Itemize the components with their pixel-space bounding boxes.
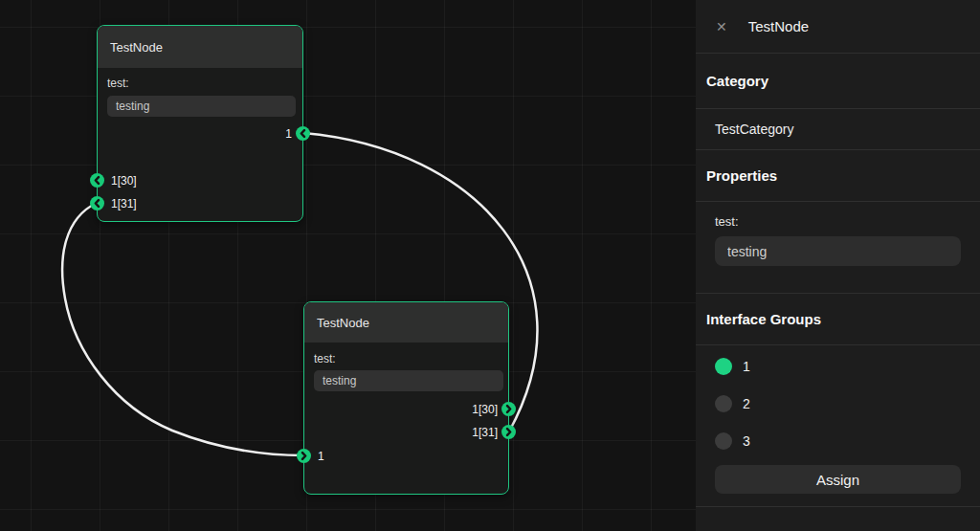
node-inspector-sidebar: ✕ TestNode Category TestCategory Propert… (696, 0, 980, 531)
app-window: TestNode test: 1 1[30] 1[31] (0, 0, 980, 531)
interface-group-option-3[interactable]: 3 (715, 428, 961, 454)
port-output-1-30[interactable] (501, 402, 516, 416)
interface-groups-section: 1 2 3 Assign (696, 345, 980, 507)
interface-groups-heading: Interface Groups (696, 294, 980, 345)
node-testnode-1[interactable]: TestNode test: 1 1[30] 1[31] (97, 25, 303, 222)
chevron-left-icon (296, 126, 310, 141)
interface-group-option-2[interactable]: 2 (715, 390, 961, 417)
radio-icon[interactable] (715, 395, 732, 412)
input-port-label: 1[31] (111, 196, 137, 211)
port-input-1[interactable] (297, 449, 311, 463)
chevron-right-icon (501, 402, 516, 416)
interface-group-option-1[interactable]: 1 (715, 353, 961, 380)
output-port-label: 1[31] (472, 425, 498, 440)
assign-button[interactable]: Assign (715, 465, 961, 494)
radio-label: 2 (743, 396, 750, 411)
sidebar-title: TestNode (748, 18, 809, 34)
port-input-1-30[interactable] (90, 173, 104, 188)
node-title-bar[interactable]: TestNode (98, 26, 302, 68)
output-port-label: 1 (285, 126, 292, 142)
properties-heading: Properties (696, 150, 980, 202)
chevron-left-icon (90, 173, 104, 188)
chevron-left-icon (90, 196, 104, 210)
chevron-right-icon (501, 425, 516, 439)
port-output-1[interactable] (296, 126, 310, 141)
category-value: TestCategory (696, 109, 980, 150)
node-text-input[interactable] (107, 96, 296, 117)
property-field-label: test: (715, 214, 961, 229)
node-editor-canvas[interactable]: TestNode test: 1 1[30] 1[31] (0, 0, 696, 531)
connection-wire[interactable] (62, 203, 303, 455)
port-output-1-31[interactable] (501, 425, 516, 439)
radio-icon[interactable] (715, 358, 732, 375)
radio-label: 1 (743, 359, 750, 374)
radio-label: 3 (743, 433, 750, 449)
sidebar-header: ✕ TestNode (696, 0, 980, 54)
node-text-input[interactable] (314, 370, 503, 391)
property-text-input[interactable] (715, 236, 961, 266)
input-port-label: 1[30] (111, 173, 137, 188)
node-testnode-2[interactable]: TestNode test: 1[30] 1[31] 1 (303, 301, 509, 495)
close-icon[interactable]: ✕ (716, 19, 727, 34)
node-title: TestNode (110, 40, 163, 55)
output-port-label: 1[30] (472, 402, 498, 417)
input-port-label: 1 (318, 449, 324, 464)
node-title: TestNode (317, 316, 369, 330)
properties-section: test: (696, 202, 980, 294)
radio-icon[interactable] (715, 432, 732, 450)
node-field-label: test: (107, 77, 129, 90)
node-title-bar[interactable]: TestNode (304, 302, 508, 343)
node-field-label: test: (314, 352, 336, 365)
port-input-1-31[interactable] (90, 196, 104, 210)
category-heading: Category (696, 54, 980, 109)
chevron-right-icon (297, 449, 311, 463)
